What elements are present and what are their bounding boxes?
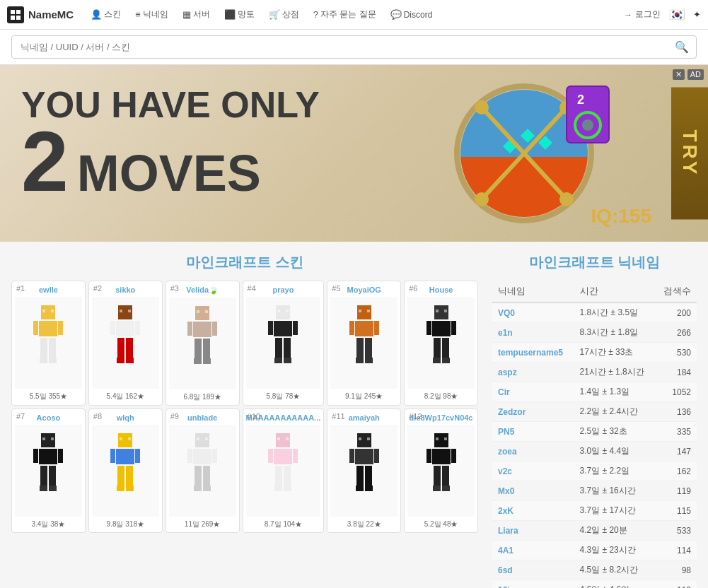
flag-icon[interactable]: 🇰🇷	[669, 7, 685, 23]
ad-label: AD	[687, 69, 704, 80]
nickname-link[interactable]: Liara	[498, 526, 518, 536]
nickname-row: Zedzor 2.2일 ± 2.4시간 136	[492, 402, 697, 422]
nickname-link[interactable]: 2xK	[498, 506, 513, 516]
nav-discord[interactable]: 💬 Discord	[385, 5, 439, 24]
skin-card[interactable]: #3 Velida🍃 6.8일 189★	[166, 281, 240, 406]
skin-card[interactable]: #2 sikko 5.4일 162★	[88, 281, 163, 406]
skin-card[interactable]: #8 wlqh 9.8일 318★	[88, 408, 163, 533]
nickname-link[interactable]: Cir	[498, 387, 510, 397]
svg-rect-109	[194, 486, 202, 491]
skin-card[interactable]: #11 amaiyah 3.8일 22★	[327, 408, 401, 533]
svg-rect-0	[11, 10, 15, 14]
skins-grid: #1 ewlle 5.5일 355★ #2 sikko	[11, 281, 478, 533]
svg-rect-87	[40, 466, 47, 486]
nickname-table: 닉네임 시간 검색수 VQ0 1.8시간 ± 3.5일 200 e1n 8.3시…	[492, 281, 697, 588]
nickname-link[interactable]: PN5	[498, 427, 514, 437]
skin-name: prayo	[246, 286, 321, 294]
svg-rect-47	[195, 339, 202, 358]
logo[interactable]: NameMC	[7, 6, 74, 23]
ad-iq: IQ:155	[591, 205, 651, 228]
nickname-time: 17시간 ± 33초	[574, 343, 656, 363]
nickname-time: 4.6일 ± 4.6일	[574, 580, 656, 589]
nickname-row: zoea 3.0일 ± 4.4일 147	[492, 442, 697, 461]
svg-rect-17	[567, 86, 609, 143]
svg-rect-78	[442, 338, 449, 358]
nickname-time: 3.7일 ± 16시간	[574, 481, 656, 501]
svg-rect-29	[40, 358, 47, 363]
nickname-link[interactable]: 6sd	[498, 565, 513, 575]
nickname-link[interactable]: VQ0	[498, 308, 515, 318]
nav-nickname[interactable]: ≡ 닉네임	[129, 4, 174, 25]
svg-rect-115	[268, 449, 273, 463]
search-input[interactable]	[12, 37, 668, 57]
svg-rect-79	[433, 358, 441, 363]
nickname-count: 162	[655, 461, 697, 481]
skins-title: 마인크래프트 스킨	[11, 253, 478, 272]
skin-card[interactable]: #12 die8Wp17cvN04c 5.2일 48★	[404, 408, 478, 533]
skin-card[interactable]: #7 Acoso 3.4일 38★	[11, 408, 86, 533]
shop-icon: 🛒	[269, 9, 280, 20]
ad-text: YOU HAVE ONLY 2 MOVES	[21, 86, 320, 202]
nickname-count: 1052	[655, 382, 697, 402]
svg-rect-28	[49, 338, 56, 358]
search-button[interactable]: 🔍	[668, 36, 696, 58]
svg-rect-59	[274, 358, 282, 363]
nickname-link[interactable]: 16j	[498, 585, 510, 589]
login-link[interactable]: → 로그인	[624, 8, 661, 20]
ad-close-x-button[interactable]: ✕	[673, 69, 685, 80]
svg-rect-3	[16, 16, 21, 20]
svg-rect-90	[49, 486, 57, 491]
nickname-time: 3.0일 ± 4.4일	[574, 442, 656, 461]
skin-card[interactable]: #5 MoyaiOG 9.1일 245★	[327, 281, 401, 406]
svg-rect-49	[194, 358, 202, 364]
svg-rect-56	[293, 321, 298, 335]
svg-rect-100	[126, 486, 134, 491]
nav-shop[interactable]: 🛒 상점	[263, 4, 305, 25]
svg-rect-124	[355, 449, 373, 464]
svg-point-13	[475, 100, 489, 114]
login-icon: →	[624, 10, 632, 20]
skin-card[interactable]: #10 MAAAAAAAAAAA... 8.7일 104★	[243, 408, 325, 533]
skin-image	[407, 425, 475, 517]
svg-rect-75	[426, 321, 431, 335]
svg-text:2: 2	[577, 93, 584, 107]
svg-rect-1	[16, 10, 21, 14]
nickname-link[interactable]: Mx0	[498, 486, 514, 496]
nickname-link[interactable]: tempusername5	[498, 348, 563, 358]
skin-rank: #12	[409, 412, 422, 421]
svg-rect-66	[374, 321, 379, 335]
settings-icon[interactable]: ✦	[693, 9, 701, 20]
skin-card[interactable]: #1 ewlle 5.5일 355★	[11, 281, 86, 406]
discord-icon: 💬	[390, 9, 402, 20]
skin-card[interactable]: #6 House 8.2일 98★	[404, 281, 478, 406]
skin-card[interactable]: #9 unblade 11일 269★	[166, 408, 240, 533]
search-bar: 🔍	[0, 30, 708, 65]
svg-rect-137	[434, 466, 441, 486]
nickname-link[interactable]: 4A1	[498, 546, 513, 555]
faq-icon: ?	[313, 9, 318, 20]
nav-skin[interactable]: 👤 스킨	[85, 4, 127, 25]
svg-rect-132	[436, 437, 439, 440]
nickname-link[interactable]: aspz	[498, 368, 517, 377]
nickname-count: 530	[655, 343, 697, 363]
col-count: 검색수	[655, 281, 697, 302]
nav-server[interactable]: ▦ 서버	[177, 4, 216, 25]
svg-rect-105	[187, 449, 192, 463]
nickname-time: 2.2일 ± 2.4시간	[574, 402, 656, 422]
ad-try-button[interactable]: TRY	[671, 88, 708, 220]
nickname-count: 114	[655, 541, 697, 560]
svg-rect-22	[42, 310, 45, 312]
search-container: 🔍	[11, 35, 697, 59]
skin-card[interactable]: #4 prayo 5.8일 78★	[243, 281, 325, 406]
nickname-link[interactable]: Zedzor	[498, 407, 526, 417]
col-nickname: 닉네임	[492, 281, 574, 302]
nickname-link[interactable]: v2c	[498, 466, 512, 476]
svg-rect-77	[434, 338, 441, 358]
nav-cape[interactable]: ⬛ 망토	[219, 4, 260, 25]
svg-rect-58	[284, 338, 291, 358]
nickname-link[interactable]: zoea	[498, 447, 517, 457]
nickname-link[interactable]: e1n	[498, 328, 513, 338]
nav-faq[interactable]: ? 자주 묻는 질문	[308, 4, 382, 25]
skin-image	[407, 297, 475, 389]
svg-rect-26	[58, 321, 63, 335]
